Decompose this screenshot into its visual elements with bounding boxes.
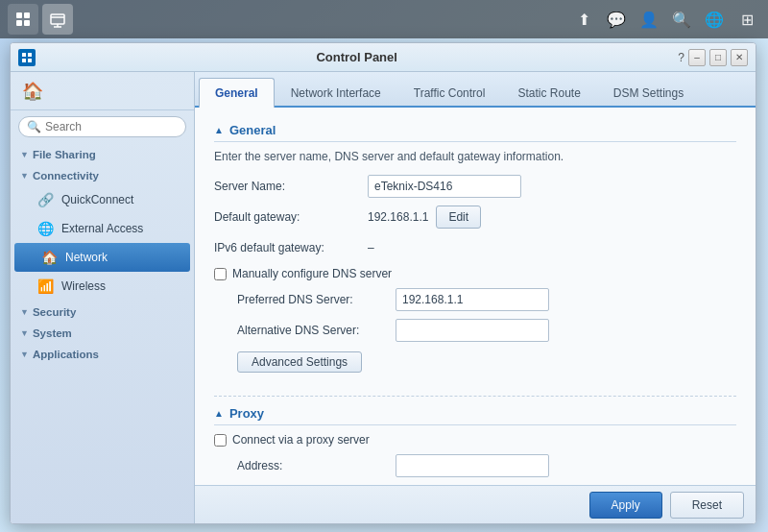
tab-traffic-control[interactable]: Traffic Control xyxy=(397,78,502,108)
security-label: Security xyxy=(33,306,76,318)
content-area: ▲ General Enter the server name, DNS ser… xyxy=(195,108,756,485)
dns-checkbox-label[interactable]: Manually configure DNS server xyxy=(232,267,392,280)
applications-label: Applications xyxy=(33,349,99,360)
sidebar-search-box[interactable]: 🔍 xyxy=(18,116,186,137)
sidebar-item-quickconnect[interactable]: 🔗 QuickConnect xyxy=(11,185,194,214)
ipv6-gateway-label: IPv6 default gateway: xyxy=(214,241,368,254)
sidebar-item-wireless[interactable]: 📶 Wireless xyxy=(11,272,194,301)
close-button[interactable]: ✕ xyxy=(731,49,748,66)
sidebar-item-wireless-label: Wireless xyxy=(61,279,106,293)
connectivity-label: Connectivity xyxy=(33,170,99,181)
sidebar-section-header-connectivity[interactable]: ▼ Connectivity xyxy=(11,164,194,185)
chevron-down-icon-connectivity: ▼ xyxy=(20,171,29,181)
apply-button[interactable]: Apply xyxy=(589,492,662,519)
network-icon[interactable] xyxy=(42,4,73,35)
proxy-checkbox-row: Connect via a proxy server xyxy=(214,433,736,447)
proxy-checkbox[interactable] xyxy=(214,434,227,447)
chevron-right-icon-apps: ▼ xyxy=(20,350,29,359)
sidebar-section-header-security[interactable]: ▼ Security xyxy=(11,301,194,322)
svg-rect-10 xyxy=(22,59,26,62)
sidebar-section-header-file-sharing[interactable]: ▼ File Sharing xyxy=(11,143,194,164)
external-access-icon: 🌐 xyxy=(37,221,54,236)
proxy-address-input[interactable] xyxy=(396,454,549,477)
taskbar-left xyxy=(8,4,73,35)
window-body: 🏠 🔍 ▼ File Sharing ▼ Connectivity xyxy=(11,72,756,523)
grid-icon[interactable] xyxy=(8,4,38,35)
wireless-icon: 📶 xyxy=(37,278,54,294)
help-icon[interactable]: ? xyxy=(678,51,684,64)
proxy-chevron-icon: ▲ xyxy=(214,408,224,419)
chat-icon[interactable]: 💬 xyxy=(603,6,630,33)
svg-rect-9 xyxy=(28,53,32,57)
taskbar-right: ⬆ 💬 👤 🔍 🌐 ⊞ xyxy=(570,6,760,33)
general-chevron-icon: ▲ xyxy=(214,125,224,135)
preferred-dns-label: Preferred DNS Server: xyxy=(237,293,396,306)
reset-button[interactable]: Reset xyxy=(670,492,744,519)
svg-rect-0 xyxy=(16,12,22,18)
default-gateway-row: Default gateway: 192.168.1.1 Edit xyxy=(214,206,736,229)
preferred-dns-input[interactable] xyxy=(396,288,549,311)
general-section-description: Enter the server name, DNS server and de… xyxy=(214,150,736,163)
svg-rect-1 xyxy=(24,12,30,18)
sidebar-section-applications: ▼ Applications xyxy=(11,343,194,364)
sidebar-home-button[interactable]: 🏠 xyxy=(11,72,194,110)
general-advanced-settings-button[interactable]: Advanced Settings xyxy=(237,351,362,373)
main-content: General Network Interface Traffic Contro… xyxy=(195,72,756,523)
alternative-dns-input[interactable] xyxy=(396,319,549,342)
proxy-section: ▲ Proxy Connect via a proxy server Addre… xyxy=(214,406,736,485)
sidebar-section-file-sharing: ▼ File Sharing xyxy=(11,143,194,164)
chevron-right-icon-security: ▼ xyxy=(20,307,29,317)
svg-rect-3 xyxy=(24,20,30,26)
sidebar-section-header-applications[interactable]: ▼ Applications xyxy=(11,343,194,364)
dns-checkbox[interactable] xyxy=(214,268,227,280)
edit-gateway-button[interactable]: Edit xyxy=(436,206,481,229)
proxy-address-row: Address: xyxy=(214,454,736,477)
sidebar-item-external-access-label: External Access xyxy=(61,222,143,235)
tab-general[interactable]: General xyxy=(199,78,275,108)
sidebar-item-external-access[interactable]: 🌐 External Access xyxy=(11,214,194,243)
upload-icon[interactable]: ⬆ xyxy=(570,6,597,33)
svg-rect-11 xyxy=(28,59,32,62)
window-controls: ? – □ ✕ xyxy=(678,49,748,66)
sidebar-search-input[interactable] xyxy=(45,120,178,133)
chevron-right-icon-system: ▼ xyxy=(20,328,29,338)
svg-rect-2 xyxy=(16,20,22,26)
alternative-dns-label: Alternative DNS Server: xyxy=(237,324,396,337)
proxy-section-header: ▲ Proxy xyxy=(214,406,736,425)
window-title: Control Panel xyxy=(36,50,678,64)
sidebar-section-system: ▼ System xyxy=(11,322,194,343)
sidebar: 🏠 🔍 ▼ File Sharing ▼ Connectivity xyxy=(11,72,195,523)
ipv6-gateway-row: IPv6 default gateway: – xyxy=(214,236,736,259)
chevron-down-icon: ▼ xyxy=(20,150,29,159)
sidebar-item-network[interactable]: 🏠 Network xyxy=(14,243,190,272)
taskbar: ⬆ 💬 👤 🔍 🌐 ⊞ xyxy=(0,0,768,38)
proxy-checkbox-label[interactable]: Connect via a proxy server xyxy=(232,433,370,447)
general-section-header: ▲ General xyxy=(214,123,736,142)
server-name-input[interactable] xyxy=(368,175,521,198)
tab-dsm-settings[interactable]: DSM Settings xyxy=(597,78,700,108)
server-name-label: Server Name: xyxy=(214,180,368,193)
file-sharing-label: File Sharing xyxy=(33,149,96,160)
person-icon[interactable]: 👤 xyxy=(636,6,662,33)
system-label: System xyxy=(33,327,72,339)
svg-rect-4 xyxy=(51,14,64,24)
ipv6-gateway-value: – xyxy=(368,241,374,254)
tab-bar: General Network Interface Traffic Contro… xyxy=(195,72,756,108)
panels-icon[interactable]: ⊞ xyxy=(733,6,760,33)
alternative-dns-row: Alternative DNS Server: xyxy=(214,319,736,342)
general-section: ▲ General Enter the server name, DNS ser… xyxy=(214,123,736,376)
earth-icon[interactable]: 🌐 xyxy=(701,6,728,33)
tab-static-route[interactable]: Static Route xyxy=(501,78,596,108)
sidebar-section-header-system[interactable]: ▼ System xyxy=(11,322,194,343)
control-panel-window: Control Panel ? – □ ✕ 🏠 🔍 ▼ Fil xyxy=(10,42,756,524)
tab-network-interface[interactable]: Network Interface xyxy=(275,78,397,108)
sidebar-section-security: ▼ Security xyxy=(11,301,194,322)
server-name-row: Server Name: xyxy=(214,175,736,198)
sidebar-section-connectivity: ▼ Connectivity 🔗 QuickConnect 🌐 External… xyxy=(11,164,194,301)
minimize-button[interactable]: – xyxy=(688,49,706,66)
proxy-address-label: Address: xyxy=(237,459,396,472)
maximize-button[interactable]: □ xyxy=(709,49,727,66)
sidebar-item-network-label: Network xyxy=(65,251,108,264)
section-divider xyxy=(214,396,736,397)
search-icon[interactable]: 🔍 xyxy=(668,6,695,33)
